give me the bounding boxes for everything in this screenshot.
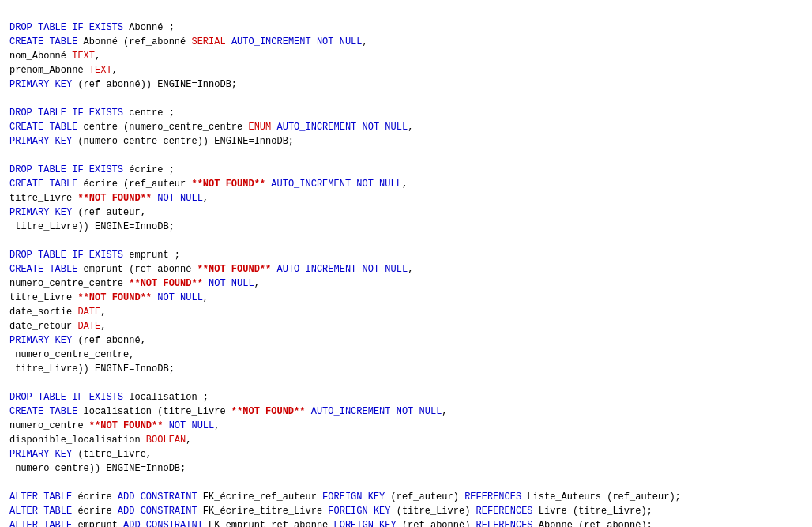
- type-date-2: DATE: [77, 321, 100, 332]
- kw-pk-1: PRIMARY KEY: [9, 79, 72, 90]
- type-text-2: TEXT: [89, 65, 112, 76]
- keyword-create-2: CREATE TABLE: [9, 122, 77, 133]
- kw-ref-2: REFERENCES: [476, 506, 533, 517]
- kw-auto-1: AUTO_INCREMENT: [231, 36, 311, 47]
- kw-fk-3: FOREIGN KEY: [334, 520, 397, 527]
- not-found-5: **NOT FOUND**: [77, 292, 152, 303]
- keyword-drop-1: DROP TABLE IF EXISTS: [9, 22, 123, 33]
- code-editor: DROP TABLE IF EXISTS Abonné ; CREATE TAB…: [9, 6, 803, 527]
- not-found-2: **NOT FOUND**: [77, 193, 152, 204]
- keyword-drop-3: DROP TABLE IF EXISTS: [9, 164, 123, 175]
- kw-not-null-8: NOT NULL: [397, 406, 442, 417]
- type-boolean-1: BOOLEAN: [146, 435, 186, 446]
- keyword-drop-5: DROP TABLE IF EXISTS: [9, 392, 123, 403]
- kw-pk-3: PRIMARY KEY: [9, 207, 72, 218]
- not-found-1: **NOT FOUND**: [191, 179, 265, 190]
- kw-not-null-1: NOT NULL: [317, 36, 363, 47]
- kw-auto-5: AUTO_INCREMENT: [311, 406, 391, 417]
- kw-not-null-2: NOT NULL: [363, 122, 408, 133]
- type-text-1: TEXT: [72, 51, 95, 62]
- kw-alter-2: ALTER TABLE: [9, 506, 72, 517]
- kw-auto-4: AUTO_INCREMENT: [276, 264, 356, 275]
- kw-pk-2: PRIMARY KEY: [9, 136, 72, 147]
- kw-auto-3: AUTO_INCREMENT: [271, 179, 351, 190]
- kw-not-null-5: NOT NULL: [363, 264, 408, 275]
- type-serial-1: SERIAL: [191, 36, 225, 47]
- kw-ref-1: REFERENCES: [464, 491, 521, 503]
- not-found-3: **NOT FOUND**: [197, 264, 272, 275]
- keyword-create-1: CREATE TABLE: [9, 36, 77, 47]
- kw-pk-5: PRIMARY KEY: [9, 449, 72, 460]
- keyword-drop-2: DROP TABLE IF EXISTS: [9, 107, 123, 119]
- kw-pk-4: PRIMARY KEY: [9, 335, 72, 346]
- not-found-4: **NOT FOUND**: [129, 278, 203, 289]
- kw-add-2: ADD CONSTRAINT: [118, 506, 197, 517]
- kw-not-null-4: NOT NULL: [157, 193, 203, 204]
- keyword-drop-4: DROP TABLE IF EXISTS: [9, 250, 123, 261]
- type-enum-1: ENUM: [248, 122, 271, 133]
- kw-not-null-9: NOT NULL: [169, 420, 215, 431]
- kw-fk-1: FOREIGN KEY: [322, 491, 385, 503]
- kw-alter-1: ALTER TABLE: [9, 491, 72, 503]
- kw-add-3: ADD CONSTRAINT: [123, 520, 203, 527]
- kw-fk-2: FOREIGN KEY: [328, 506, 390, 517]
- not-found-6: **NOT FOUND**: [231, 406, 306, 417]
- keyword-create-3: CREATE TABLE: [9, 179, 77, 190]
- kw-alter-3: ALTER TABLE: [9, 520, 72, 527]
- not-found-7: **NOT FOUND**: [89, 420, 164, 431]
- kw-not-null-6: NOT NULL: [209, 278, 254, 289]
- kw-not-null-3: NOT NULL: [356, 179, 402, 190]
- kw-add-1: ADD CONSTRAINT: [118, 491, 197, 503]
- kw-ref-3: REFERENCES: [476, 520, 533, 527]
- keyword-create-5: CREATE TABLE: [9, 406, 77, 417]
- keyword-create-4: CREATE TABLE: [9, 264, 77, 275]
- type-date-1: DATE: [77, 307, 100, 318]
- kw-auto-2: AUTO_INCREMENT: [276, 122, 356, 133]
- kw-not-null-7: NOT NULL: [157, 292, 203, 303]
